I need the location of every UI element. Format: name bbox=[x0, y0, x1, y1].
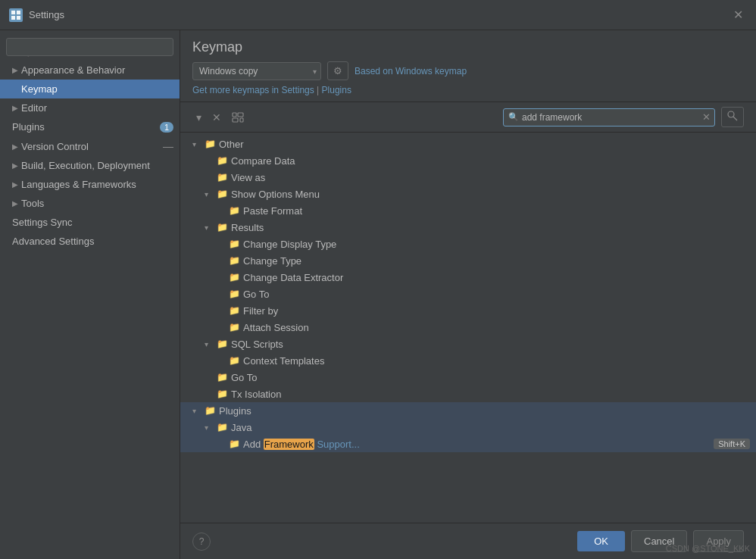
tree-label-compare-data: Compare Data bbox=[231, 155, 295, 167]
tree-item-other[interactable]: ▾ 📁 Other bbox=[180, 136, 756, 152]
svg-rect-1 bbox=[17, 11, 20, 14]
tree-item-attach-session[interactable]: 📁 Attach Session bbox=[180, 319, 756, 336]
watermark: CSDN @STONE_KKK bbox=[666, 544, 750, 553]
sidebar: 🔍 ▶ Appearance & Behavior Keymap ▶ Edito… bbox=[0, 30, 180, 559]
svg-point-8 bbox=[728, 111, 734, 117]
tree-item-sql-scripts[interactable]: ▾ 📁 SQL Scripts bbox=[180, 336, 756, 352]
shortcut-button[interactable] bbox=[228, 110, 248, 125]
toolbar-row: ▾ ✕ 🔍 ✕ bbox=[180, 102, 756, 133]
tree-item-tx-isolation[interactable]: 📁 Tx Isolation bbox=[180, 386, 756, 402]
sidebar-item-vc-label: Version Control bbox=[21, 141, 89, 152]
sidebar-item-plugins[interactable]: Plugins 1 bbox=[0, 117, 180, 136]
keymap-search-wrap: 🔍 ✕ bbox=[503, 108, 715, 126]
gear-button[interactable]: ⚙ bbox=[327, 61, 348, 80]
svg-rect-0 bbox=[11, 11, 15, 14]
expand-arrow-languages: ▶ bbox=[12, 180, 18, 189]
tree-label-results: Results bbox=[231, 222, 264, 233]
tree-label-show-options: Show Options Menu bbox=[231, 189, 320, 200]
keymap-links: Get more keymaps in Settings | Plugins bbox=[192, 85, 744, 95]
sidebar-item-languages[interactable]: ▶ Languages & Frameworks bbox=[0, 175, 180, 194]
expand-arrow-tools: ▶ bbox=[12, 199, 18, 208]
arrow-sql-scripts: ▾ bbox=[205, 340, 214, 348]
arrow-plugins: ▾ bbox=[192, 407, 201, 415]
sidebar-nav: ▶ Appearance & Behavior Keymap ▶ Editor … bbox=[0, 61, 180, 559]
tree-label-view-as: View as bbox=[231, 172, 265, 183]
sidebar-search-input[interactable] bbox=[6, 38, 173, 56]
tree-label-attach-session: Attach Session bbox=[243, 322, 309, 333]
folder-icon-compare-data: 📁 bbox=[217, 155, 228, 166]
sidebar-search-wrap: 🔍 bbox=[0, 33, 180, 61]
folder-icon-context-templates: 📁 bbox=[229, 355, 240, 366]
tree-item-compare-data[interactable]: 📁 Compare Data bbox=[180, 152, 756, 169]
sidebar-search-container: 🔍 bbox=[6, 38, 173, 56]
settings-window: Settings ✕ 🔍 ▶ Appearance & Behavior Key… bbox=[0, 0, 756, 559]
folder-icon-cdt: 📁 bbox=[229, 239, 240, 249]
expand-arrow-build: ▶ bbox=[12, 161, 18, 170]
remove-icon-vc: — bbox=[163, 140, 173, 152]
sidebar-item-advanced-label: Advanced Settings bbox=[12, 236, 94, 247]
arrow-results: ▾ bbox=[205, 223, 214, 232]
tree-item-change-data-extractor[interactable]: 📁 Change Data Extractor bbox=[180, 269, 756, 286]
sidebar-item-editor[interactable]: ▶ Editor bbox=[0, 98, 180, 117]
arrow-java: ▾ bbox=[205, 423, 214, 432]
main-content: 🔍 ▶ Appearance & Behavior Keymap ▶ Edito… bbox=[0, 30, 756, 559]
tree-item-go-to-2[interactable]: 📁 Go To bbox=[180, 369, 756, 386]
folder-icon-go-to: 📁 bbox=[229, 289, 240, 299]
sidebar-item-tools[interactable]: ▶ Tools bbox=[0, 194, 180, 213]
help-button[interactable]: ? bbox=[192, 532, 211, 551]
folder-icon-sql-scripts: 📁 bbox=[217, 339, 228, 349]
sidebar-item-settings-sync[interactable]: Settings Sync bbox=[0, 213, 180, 232]
tree-item-go-to[interactable]: 📁 Go To bbox=[180, 286, 756, 302]
plugins-link[interactable]: Plugins bbox=[322, 85, 351, 95]
tree-item-java[interactable]: ▾ 📁 Java bbox=[180, 419, 756, 436]
match-support: Support... bbox=[314, 439, 360, 450]
arrow-show-options: ▾ bbox=[205, 190, 214, 198]
keymap-search-clear-button[interactable]: ✕ bbox=[702, 111, 711, 123]
tree-item-add-framework[interactable]: 📁 Add Framework Support... Shift+K bbox=[180, 436, 756, 452]
tree-item-show-options-menu[interactable]: ▾ 📁 Show Options Menu bbox=[180, 186, 756, 202]
keymap-search-input[interactable] bbox=[503, 108, 715, 126]
tree-item-paste-format[interactable]: 📁 Paste Format bbox=[180, 202, 756, 219]
svg-rect-3 bbox=[17, 16, 20, 20]
tree-item-plugins[interactable]: ▾ 📁 Plugins bbox=[180, 402, 756, 419]
tree-item-results[interactable]: ▾ 📁 Results bbox=[180, 219, 756, 236]
sidebar-item-sync-label: Settings Sync bbox=[12, 217, 73, 228]
expand-all-button[interactable]: ▾ bbox=[192, 109, 205, 126]
collapse-all-button[interactable]: ✕ bbox=[208, 109, 225, 126]
window-title: Settings bbox=[29, 9, 64, 20]
svg-rect-4 bbox=[233, 113, 236, 117]
folder-icon-show-options: 📁 bbox=[217, 189, 228, 199]
sidebar-item-keymap-label: Keymap bbox=[21, 83, 58, 95]
folder-icon-java: 📁 bbox=[217, 422, 228, 433]
arrow-other: ▾ bbox=[192, 140, 201, 148]
sidebar-item-appearance[interactable]: ▶ Appearance & Behavior bbox=[0, 61, 180, 80]
tree-item-view-as[interactable]: 📁 View as bbox=[180, 169, 756, 186]
svg-rect-2 bbox=[11, 16, 15, 20]
tree-item-context-templates[interactable]: 📁 Context Templates bbox=[180, 352, 756, 369]
keymap-select[interactable]: Windows copy bbox=[192, 62, 321, 80]
tree-label-other: Other bbox=[219, 139, 244, 150]
shortcut-search-button[interactable] bbox=[721, 107, 744, 127]
tree-item-change-display-type[interactable]: 📁 Change Display Type bbox=[180, 236, 756, 252]
tree-item-filter-by[interactable]: 📁 Filter by bbox=[180, 302, 756, 319]
sidebar-item-version-control[interactable]: ▶ Version Control — bbox=[0, 136, 180, 156]
tree-label-paste-format: Paste Format bbox=[243, 205, 302, 217]
tree-label-change-type: Change Type bbox=[243, 255, 301, 267]
folder-icon-change-type: 📁 bbox=[229, 255, 240, 266]
ok-button[interactable]: OK bbox=[577, 531, 625, 551]
plugins-badge: 1 bbox=[160, 122, 173, 133]
tree-label-go-to: Go To bbox=[243, 289, 269, 300]
tree-panel: ▾ 📁 Other 📁 Compare Data 📁 View as ▾ � bbox=[180, 133, 756, 523]
sidebar-item-build[interactable]: ▶ Build, Execution, Deployment bbox=[0, 156, 180, 175]
sidebar-item-languages-label: Languages & Frameworks bbox=[21, 179, 136, 190]
expand-arrow-appearance: ▶ bbox=[12, 66, 18, 74]
sidebar-item-advanced[interactable]: Advanced Settings bbox=[0, 232, 180, 251]
sidebar-item-keymap[interactable]: Keymap bbox=[0, 80, 180, 98]
more-keymaps-link[interactable]: Get more keymaps in Settings bbox=[192, 85, 314, 95]
sidebar-item-editor-label: Editor bbox=[21, 102, 47, 114]
tree-item-change-type[interactable]: 📁 Change Type bbox=[180, 252, 756, 269]
tree-label-tx-isolation: Tx Isolation bbox=[231, 389, 281, 400]
titlebar: Settings ✕ bbox=[0, 0, 756, 30]
app-icon bbox=[9, 8, 23, 22]
close-button[interactable]: ✕ bbox=[729, 6, 747, 24]
